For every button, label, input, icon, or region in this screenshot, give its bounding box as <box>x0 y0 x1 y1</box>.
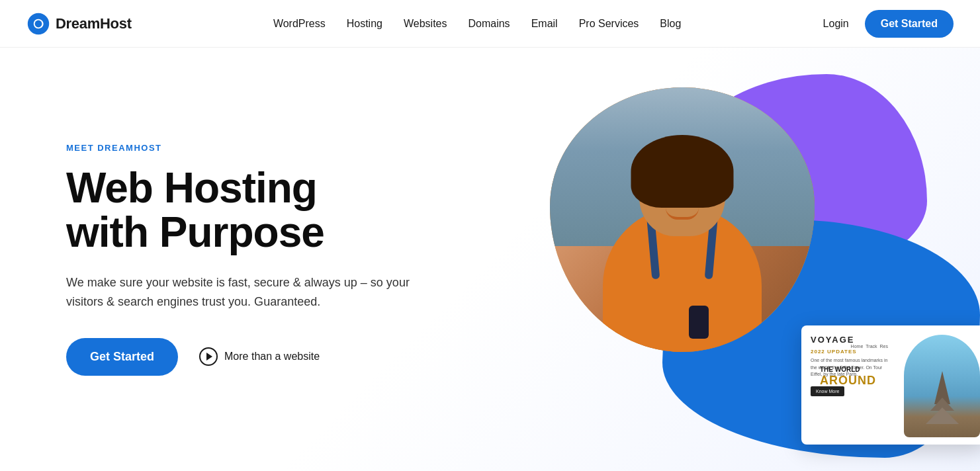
play-icon <box>199 347 218 366</box>
hero-visual: Home Track Res VOYAGE 2022 UPDATES One o… <box>517 54 980 464</box>
around-label: AROUND <box>820 374 876 388</box>
hero-title: Web Hosting with Purpose <box>66 166 410 255</box>
dreamhost-logo-icon <box>26 12 50 36</box>
nav-get-started-button[interactable]: Get Started <box>865 10 954 38</box>
voyage-card: Home Track Res VOYAGE 2022 UPDATES One o… <box>801 325 980 445</box>
voyage-updates-label: 2022 UPDATES <box>811 349 977 355</box>
nav-item-email[interactable]: Email <box>531 18 558 29</box>
hero-eyebrow: MEET DREAMHOST <box>66 143 410 153</box>
nav-links: WordPress Hosting Websites Domains Email… <box>273 18 682 30</box>
nav-item-domains[interactable]: Domains <box>468 18 510 29</box>
voyage-nav: Home Track Res <box>851 344 888 349</box>
voyage-brand: VOYAGE <box>811 335 977 345</box>
hero-person-photo <box>550 87 815 352</box>
nav-right: Login Get Started <box>823 10 954 38</box>
hair <box>631 135 734 208</box>
nav-item-pro-services[interactable]: Pro Services <box>579 18 639 29</box>
nav-item-websites[interactable]: Websites <box>404 18 447 29</box>
tower-base <box>926 407 959 424</box>
nav-item-hosting[interactable]: Hosting <box>347 18 382 29</box>
hero-title-line2: with Purpose <box>66 208 324 256</box>
photo-inner <box>550 87 815 352</box>
nav-item-wordpress[interactable]: WordPress <box>273 18 326 29</box>
nav-item-blog[interactable]: Blog <box>660 18 681 29</box>
hero-subtitle: We make sure your website is fast, secur… <box>66 273 410 312</box>
login-button[interactable]: Login <box>823 18 849 30</box>
hero-get-started-button[interactable]: Get Started <box>66 338 178 376</box>
brand-logo[interactable]: DreamHost <box>26 12 132 36</box>
secondary-link-label: More than a website <box>224 351 320 363</box>
hero-title-line1: Web Hosting <box>66 164 317 212</box>
smile <box>666 208 699 220</box>
navbar: DreamHost WordPress Hosting Websites Dom… <box>0 0 980 48</box>
hero-actions: Get Started More than a website <box>66 338 410 376</box>
world-label: THE WORLD <box>820 366 876 374</box>
voyage-world-text: THE WORLD AROUND <box>820 366 876 388</box>
brand-name: DreamHost <box>56 15 132 32</box>
svg-point-1 <box>35 20 42 27</box>
phone <box>689 306 709 339</box>
hero-content: MEET DREAMHOST Web Hosting with Purpose … <box>66 143 410 376</box>
hero-section: MEET DREAMHOST Web Hosting with Purpose … <box>0 48 980 471</box>
more-than-website-link[interactable]: More than a website <box>199 347 320 366</box>
person-body <box>590 127 775 352</box>
